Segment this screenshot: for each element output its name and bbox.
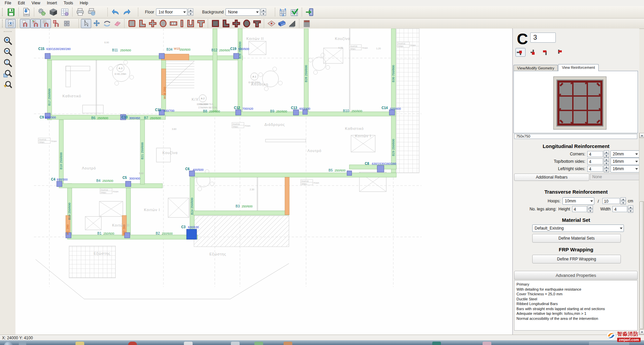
member-label[interactable]: 400/500 (193, 168, 204, 171)
wall-existing[interactable] (213, 29, 217, 112)
selected-column[interactable] (187, 229, 197, 239)
member-label[interactable]: B19 250/600 (68, 203, 71, 220)
member-label[interactable]: 630/1530/280/280 (46, 47, 71, 51)
member-label[interactable]: C8 (365, 162, 369, 165)
define-material-sets-button[interactable]: Define Material Sets (532, 234, 621, 243)
wall-existing[interactable] (126, 188, 131, 236)
zoom-out-button[interactable] (2, 46, 13, 57)
member-label[interactable]: B11 (112, 48, 118, 52)
legs-height-input[interactable]: 4 (572, 206, 587, 212)
wall-existing[interactable] (192, 173, 396, 177)
member-label[interactable]: 630/1530/280/280 (372, 162, 396, 165)
member-label[interactable]: W16 250 (163, 87, 166, 99)
wall-existing[interactable] (47, 56, 161, 60)
legs-width-input[interactable]: 4 (612, 206, 627, 212)
building-manager-button[interactable] (301, 19, 312, 28)
existing-l-section-button[interactable] (220, 19, 231, 28)
existing-t-wall-button[interactable] (252, 19, 262, 28)
bar-section-button[interactable] (179, 19, 185, 28)
print-preview-button[interactable] (86, 7, 97, 17)
taskbar-icon[interactable] (19, 342, 26, 345)
member-label[interactable]: 400/700 (163, 109, 175, 112)
member-label[interactable]: B5 (329, 168, 333, 172)
member-label[interactable]: 250/600 (103, 232, 114, 235)
zoom-window-button[interactable] (2, 68, 13, 79)
material-set-select[interactable]: Default_Existing (532, 225, 624, 232)
connection-type-4-button[interactable] (554, 48, 564, 57)
menu-tools[interactable]: Tools (60, 0, 77, 6)
define-frp-wrapping-button[interactable]: Define FRP Wrapping (532, 255, 621, 263)
column-l-section-button[interactable] (137, 19, 147, 28)
top-bottom-diameter-select[interactable]: 16mm (610, 158, 639, 165)
taskbar-icon[interactable] (254, 342, 263, 345)
member-label[interactable]: B7 (144, 116, 148, 120)
member-label[interactable]: W15 (174, 47, 180, 50)
zoom-in-button[interactable] (2, 35, 13, 46)
member-label[interactable]: B26 750/600 (238, 42, 242, 59)
spin-up[interactable] (261, 8, 266, 12)
member-label[interactable]: B29 250/600 (392, 139, 395, 156)
member-label[interactable]: B1 (97, 232, 102, 235)
member-label[interactable]: C15 (38, 47, 45, 51)
column[interactable] (377, 165, 384, 172)
connection-type-1-button[interactable] (515, 48, 526, 57)
column[interactable] (126, 181, 131, 187)
view-dwg-toggle[interactable]: DWG (5, 19, 16, 28)
spin-down[interactable] (188, 12, 193, 16)
member-label[interactable]: B21 250/600 (141, 142, 144, 159)
column[interactable] (236, 110, 241, 115)
redo-button[interactable] (121, 7, 133, 17)
member-label[interactable]: 250/600 (120, 49, 131, 52)
menu-insert[interactable]: Insert (44, 0, 60, 6)
member-label[interactable]: B12 (211, 48, 217, 52)
existing-cross-section-button[interactable] (231, 19, 241, 28)
member-label[interactable]: 250/600 (242, 205, 253, 208)
corners-spinner[interactable] (604, 150, 609, 158)
corners-count-input[interactable]: 4 (587, 151, 603, 157)
member-label[interactable]: 250/600 (219, 49, 230, 52)
taskbar-icon[interactable] (231, 342, 240, 345)
member-label[interactable]: B4 (96, 179, 101, 183)
connection-type-3-button[interactable] (541, 48, 551, 57)
member-label[interactable]: B2 (156, 232, 160, 235)
existing-circular-section-button[interactable] (241, 19, 252, 28)
left-right-diameter-select[interactable]: 16mm (610, 165, 639, 172)
column[interactable] (45, 53, 50, 59)
settings-button[interactable] (36, 7, 48, 17)
select-tool-button[interactable] (81, 19, 91, 28)
member-label[interactable]: B17 250/600 (48, 89, 51, 106)
plan-canvas[interactable]: A 3E=81.20M²A 1E=80.50M²A 2E=69.30M²Καθι… (15, 29, 512, 335)
left-right-count-input[interactable]: 4 (587, 166, 603, 172)
view-slabs-toggle[interactable] (41, 19, 51, 28)
exit-button[interactable] (304, 7, 315, 17)
wall-masonry[interactable] (161, 54, 189, 60)
tab-view-reinforcement[interactable]: View Reinforcement (558, 64, 598, 71)
section-size-field[interactable]: 750x750 (514, 134, 637, 139)
print-button[interactable] (75, 7, 86, 17)
member-label[interactable]: B10 (343, 109, 349, 113)
member-label[interactable]: 300/450 (129, 116, 140, 120)
member-label[interactable]: 300/400 (129, 177, 140, 180)
legs-height-spinner[interactable] (588, 205, 593, 213)
wall-existing[interactable] (67, 235, 198, 239)
menu-view[interactable]: View (28, 0, 44, 6)
member-label[interactable]: 250/600 (162, 232, 173, 235)
member-label[interactable]: 630/630 (188, 226, 199, 229)
wall-existing[interactable] (238, 29, 242, 112)
member-label[interactable]: C3 (181, 225, 186, 229)
background-select[interactable]: None (226, 8, 260, 16)
wall-section-button[interactable] (168, 19, 179, 28)
corners-diameter-select[interactable]: 20mm (610, 150, 639, 158)
view-beams-toggle[interactable] (30, 19, 41, 28)
floor-plan-svg[interactable]: A 3E=81.20M²A 1E=80.50M²A 2E=69.30M²Καθι… (15, 29, 512, 335)
wall-existing[interactable] (193, 211, 289, 215)
save-button[interactable] (5, 7, 17, 17)
scrollbar-thumb[interactable] (640, 201, 644, 329)
erase-tool-button[interactable] (112, 19, 122, 28)
existing-rect-section-button[interactable] (210, 19, 220, 28)
taskbar-icon[interactable] (76, 342, 84, 345)
tab-view-modify-geometry[interactable]: View/Modify Geometry (513, 65, 558, 71)
column-circular-section-button[interactable] (158, 19, 168, 28)
view-all-elements-button[interactable] (61, 19, 72, 28)
member-label[interactable]: 620/400 (390, 107, 401, 110)
